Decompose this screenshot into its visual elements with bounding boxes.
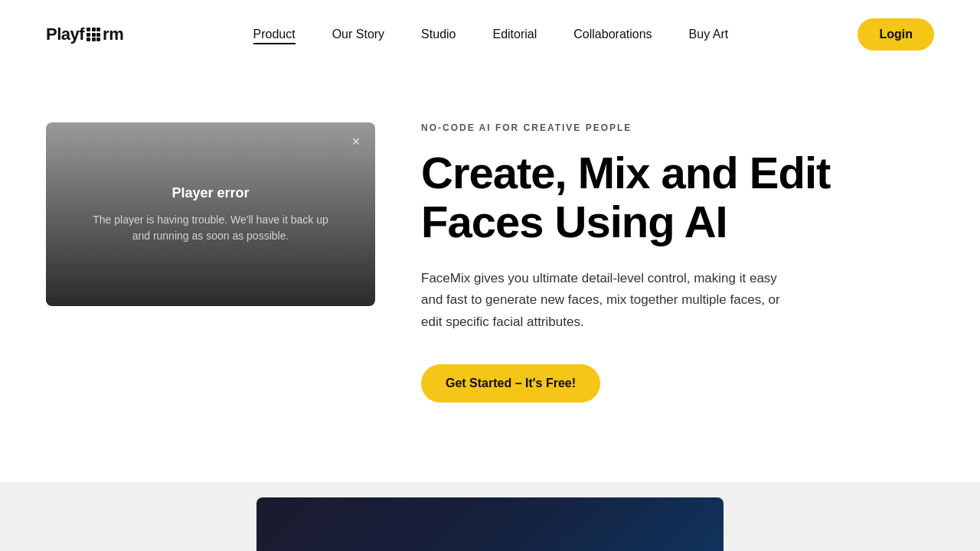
logo-dot xyxy=(87,28,90,31)
hero-section: × Player error The player is having trou… xyxy=(0,69,980,482)
logo-dot xyxy=(87,37,90,41)
logo-dot xyxy=(96,37,100,41)
logo-dot xyxy=(92,28,96,31)
video-player: × Player error The player is having trou… xyxy=(46,122,375,306)
logo-dot xyxy=(92,37,96,41)
logo-dot xyxy=(87,33,90,37)
close-button[interactable]: × xyxy=(346,132,366,152)
hero-tag: NO-CODE AI FOR CREATIVE PEOPLE xyxy=(421,122,934,133)
nav-item-editorial[interactable]: Editorial xyxy=(492,28,537,41)
nav-item-buy-art[interactable]: Buy Art xyxy=(689,28,729,41)
logo-text-after: rm xyxy=(103,24,123,44)
nav-item-our-story[interactable]: Our Story xyxy=(332,28,384,41)
nav-item-collaborations[interactable]: Collaborations xyxy=(573,28,652,41)
hero-title: Create, Mix and Edit Faces Using AI xyxy=(421,148,934,246)
logo-grid xyxy=(87,28,100,41)
header: Playf rm Product Our Story Studio Editor… xyxy=(0,0,980,69)
footer-section xyxy=(0,482,980,551)
logo-dot xyxy=(96,33,100,37)
player-error-message: The player is having trouble. We'll have… xyxy=(88,212,333,244)
hero-description: FaceMix gives you ultimate detail-level … xyxy=(421,268,789,334)
logo-icon xyxy=(85,26,102,43)
login-button[interactable]: Login xyxy=(858,18,934,51)
logo-text-before: Playf xyxy=(46,24,84,44)
logo-dot xyxy=(96,28,100,31)
nav-item-studio[interactable]: Studio xyxy=(421,28,456,41)
footer-image xyxy=(256,497,724,551)
nav-item-product[interactable]: Product xyxy=(253,28,296,41)
logo[interactable]: Playf rm xyxy=(46,24,123,44)
cta-button[interactable]: Get Started – It's Free! xyxy=(421,364,600,403)
main-nav: Product Our Story Studio Editorial Colla… xyxy=(253,28,729,41)
logo-dot xyxy=(92,33,96,37)
hero-content: NO-CODE AI FOR CREATIVE PEOPLE Create, M… xyxy=(421,115,934,403)
player-error-title: Player error xyxy=(172,185,249,201)
